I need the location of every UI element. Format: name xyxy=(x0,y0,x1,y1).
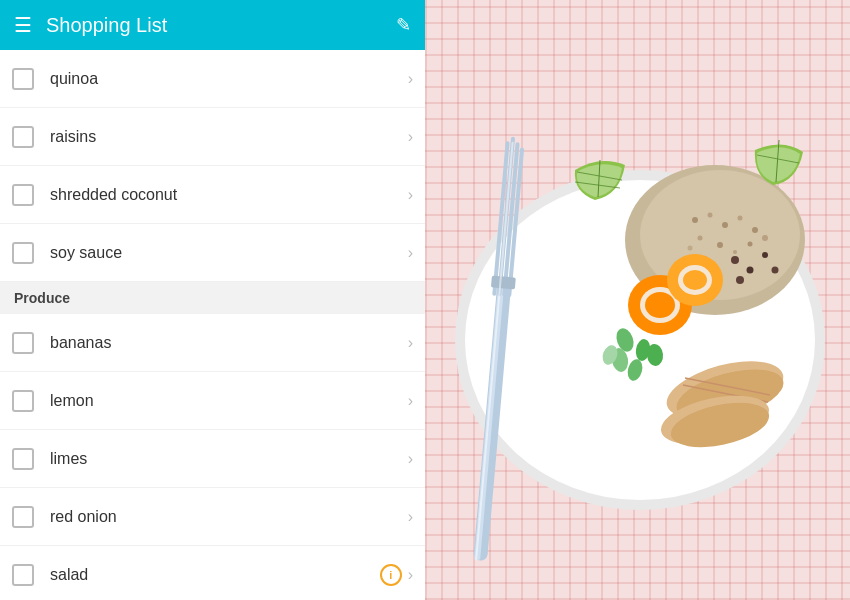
svg-point-15 xyxy=(688,246,693,251)
app-header: ☰ Shopping List ✎ xyxy=(0,0,425,50)
list-item[interactable]: bananas › xyxy=(0,314,425,372)
chevron-right-icon: › xyxy=(408,566,413,584)
list-item[interactable]: quinoa › xyxy=(0,50,425,108)
chevron-right-icon: › xyxy=(408,186,413,204)
checkbox-shredded-coconut[interactable] xyxy=(12,184,34,206)
checkbox-salad[interactable] xyxy=(12,564,34,586)
menu-icon[interactable]: ☰ xyxy=(14,13,32,37)
svg-point-7 xyxy=(738,216,743,221)
chevron-right-icon: › xyxy=(408,128,413,146)
list-item[interactable]: soy sauce › xyxy=(0,224,425,282)
item-label: soy sauce xyxy=(50,244,408,262)
svg-point-12 xyxy=(748,242,753,247)
item-label: shredded coconut xyxy=(50,186,408,204)
app-title: Shopping List xyxy=(46,14,382,37)
item-label: quinoa xyxy=(50,70,408,88)
checkbox-lemon[interactable] xyxy=(12,390,34,412)
svg-point-9 xyxy=(698,236,703,241)
chevron-right-icon: › xyxy=(408,508,413,526)
svg-point-4 xyxy=(692,217,698,223)
checkbox-bananas[interactable] xyxy=(12,332,34,354)
svg-point-5 xyxy=(708,213,713,218)
chevron-right-icon: › xyxy=(408,70,413,88)
item-label: red onion xyxy=(50,508,408,526)
svg-rect-50 xyxy=(491,275,516,289)
chevron-right-icon: › xyxy=(408,334,413,352)
svg-point-6 xyxy=(722,222,728,228)
item-label: raisins xyxy=(50,128,408,146)
badge-container: i › xyxy=(380,564,413,586)
svg-point-40 xyxy=(747,267,754,274)
food-illustration xyxy=(425,0,850,600)
chevron-right-icon: › xyxy=(408,392,413,410)
checkbox-limes[interactable] xyxy=(12,448,34,470)
svg-point-42 xyxy=(762,252,768,258)
chevron-right-icon: › xyxy=(408,244,413,262)
food-image xyxy=(425,0,850,600)
checkbox-soy-sauce[interactable] xyxy=(12,242,34,264)
food-image-panel xyxy=(425,0,850,600)
shopping-list-panel: ☰ Shopping List ✎ quinoa › raisins › shr… xyxy=(0,0,425,600)
svg-point-39 xyxy=(731,256,739,264)
svg-point-11 xyxy=(733,250,737,254)
checkbox-red-onion[interactable] xyxy=(12,506,34,528)
svg-point-26 xyxy=(683,270,707,290)
svg-point-23 xyxy=(645,292,675,318)
item-label: lemon xyxy=(50,392,408,410)
list-item[interactable]: lemon › xyxy=(0,372,425,430)
shopping-list: quinoa › raisins › shredded coconut › so… xyxy=(0,50,425,600)
checkbox-quinoa[interactable] xyxy=(12,68,34,90)
svg-point-8 xyxy=(752,227,758,233)
edit-icon[interactable]: ✎ xyxy=(396,14,411,36)
svg-point-10 xyxy=(717,242,723,248)
item-label: salad xyxy=(50,566,380,584)
list-item[interactable]: salad i › xyxy=(0,546,425,600)
item-label: bananas xyxy=(50,334,408,352)
list-item[interactable]: raisins › xyxy=(0,108,425,166)
svg-point-41 xyxy=(736,276,744,284)
item-label: limes xyxy=(50,450,408,468)
list-item[interactable]: limes › xyxy=(0,430,425,488)
chevron-right-icon: › xyxy=(408,450,413,468)
checkbox-raisins[interactable] xyxy=(12,126,34,148)
info-badge[interactable]: i xyxy=(380,564,402,586)
section-header-produce: Produce xyxy=(0,282,425,314)
svg-point-13 xyxy=(762,235,768,241)
svg-point-43 xyxy=(772,267,779,274)
list-item[interactable]: shredded coconut › xyxy=(0,166,425,224)
list-item[interactable]: red onion › xyxy=(0,488,425,546)
